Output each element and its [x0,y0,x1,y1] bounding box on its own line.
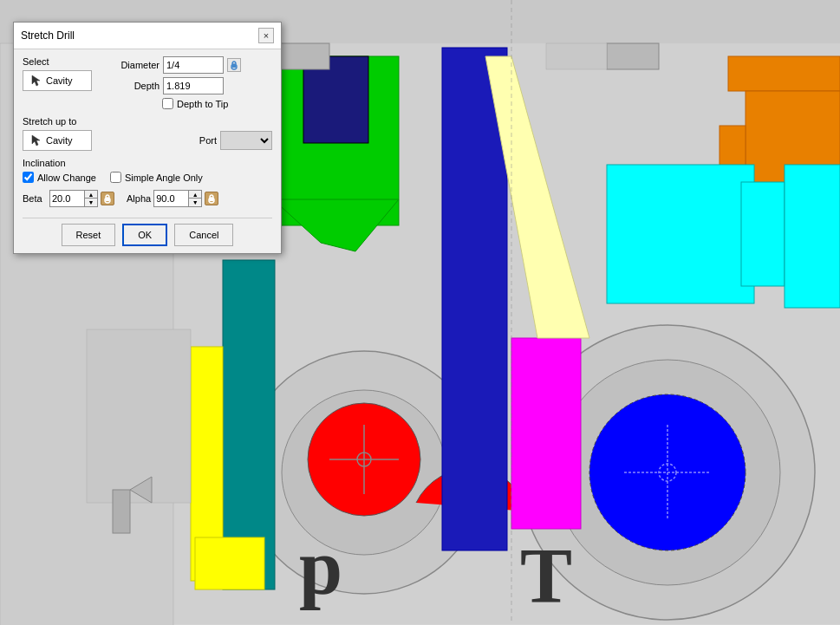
cancel-button[interactable]: Cancel [174,224,233,246]
stretch-cursor-icon [30,134,42,146]
allow-change-row: Allow Change [23,172,96,183]
svg-rect-33 [113,490,130,533]
alpha-input[interactable] [153,190,188,207]
svg-rect-45 [106,198,109,201]
svg-marker-40 [32,75,40,86]
stretch-section: Stretch up to Cavity Port [23,116,272,151]
alpha-up-button[interactable]: ▲ [189,191,201,199]
beta-group: Beta ▲ ▼ [23,190,114,207]
allow-change-label: Allow Change [37,173,96,183]
select-label: Select [23,56,120,67]
depth-input[interactable] [163,77,224,94]
stretch-label: Stretch up to [23,116,272,127]
svg-text:p: p [299,524,342,610]
diameter-label: Diameter [120,60,160,70]
svg-rect-42 [232,64,236,68]
alpha-down-button[interactable]: ▼ [189,199,201,206]
dialog-title: Stretch Drill [21,29,75,42]
depth-to-tip-row: Depth to Tip [162,98,272,109]
alpha-lock-icon[interactable] [205,192,218,205]
ok-button[interactable]: OK [122,224,167,246]
alpha-input-wrapper: ▲ ▼ [153,190,202,207]
svg-marker-43 [32,135,40,146]
port-section: Port [199,131,272,150]
svg-rect-23 [720,126,746,169]
svg-rect-25 [741,182,785,286]
cursor-icon [30,75,42,87]
diameter-input[interactable] [163,56,224,74]
alpha-spinner: ▲ ▼ [188,190,202,207]
depth-to-tip-label: Depth to Tip [177,99,228,109]
svg-rect-35 [607,43,659,69]
simple-angle-label: Simple Angle Only [125,173,203,183]
beta-down-button[interactable]: ▼ [85,199,97,206]
select-cavity-button[interactable]: Cavity [23,70,92,91]
dialog-titlebar[interactable]: Stretch Drill × [14,23,281,49]
alpha-group: Alpha ▲ ▼ [127,190,218,207]
depth-to-tip-checkbox[interactable] [162,98,173,109]
stretch-cavity-label: Cavity [46,135,73,146]
port-select[interactable] [220,131,272,150]
depth-label: Depth [120,81,160,91]
diameter-row: Diameter [120,56,272,74]
port-label: Port [199,135,217,146]
allow-change-checkbox[interactable] [23,172,34,183]
svg-rect-26 [785,165,840,308]
stretch-drill-dialog: Stretch Drill × Select Cavity Diameter [13,22,282,254]
svg-rect-47 [210,198,213,201]
angle-row: Beta ▲ ▼ Alpha [23,190,272,207]
diameter-lock-icon[interactable] [227,58,241,72]
beta-input[interactable] [49,190,84,207]
beta-label: Beta [23,193,47,204]
svg-rect-24 [607,165,754,303]
svg-text:T: T [520,533,572,619]
svg-rect-29 [195,537,264,589]
params-section: Diameter Depth Depth to Tip [120,56,272,109]
simple-angle-checkbox[interactable] [110,172,121,183]
stretch-cavity-button[interactable]: Cavity [23,130,92,151]
svg-rect-31 [87,329,191,503]
inclination-section: Inclination Allow Change Simple Angle On… [23,158,272,207]
inclination-label: Inclination [23,158,272,168]
dialog-body: Select Cavity Diameter [14,49,281,253]
select-cavity-label: Cavity [46,75,73,86]
beta-spinner: ▲ ▼ [84,190,98,207]
close-button[interactable]: × [258,28,274,43]
alpha-label: Alpha [127,193,151,204]
svg-rect-16 [511,338,581,529]
beta-up-button[interactable]: ▲ [85,191,97,199]
beta-input-wrapper: ▲ ▼ [49,190,98,207]
beta-lock-icon[interactable] [101,192,114,205]
select-section: Select Cavity [23,56,120,109]
depth-row: Depth [120,77,272,94]
svg-rect-21 [728,56,840,91]
simple-angle-row: Simple Angle Only [110,172,203,183]
button-row: Reset OK Cancel [23,218,272,246]
svg-rect-39 [546,43,607,69]
reset-button[interactable]: Reset [62,224,116,246]
